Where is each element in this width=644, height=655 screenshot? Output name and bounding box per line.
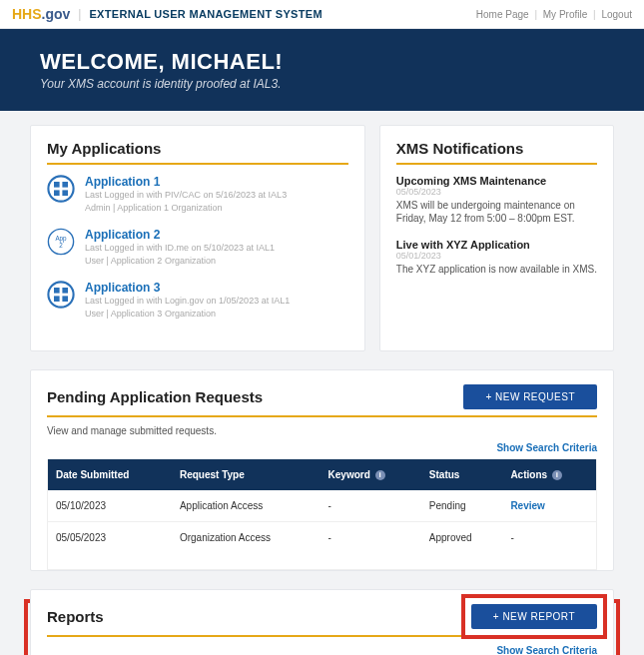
cell-status: Pending bbox=[421, 490, 503, 522]
app-grid-icon bbox=[47, 281, 75, 309]
nav-profile[interactable]: My Profile bbox=[543, 9, 587, 20]
new-report-button[interactable]: + NEW REPORT bbox=[471, 604, 597, 629]
pending-title: Pending Application Requests bbox=[47, 388, 263, 405]
pending-subtext: View and manage submitted requests. bbox=[47, 425, 597, 436]
svg-rect-12 bbox=[62, 297, 68, 303]
system-name: EXTERNAL USER MANAGEMENT SYSTEM bbox=[89, 8, 322, 20]
pending-requests-card: Pending Application Requests + NEW REQUE… bbox=[30, 369, 614, 571]
svg-point-0 bbox=[48, 176, 73, 201]
app-meta: Last Logged in with PIV/CAC on 5/16/2023… bbox=[85, 189, 287, 202]
cell-date: 05/05/2023 bbox=[48, 521, 172, 553]
table-row: 05/05/2023 Organization Access - Approve… bbox=[48, 521, 596, 553]
logo-hhs: HHS bbox=[12, 6, 42, 22]
svg-rect-1 bbox=[54, 182, 60, 188]
app-meta: Admin | Application 1 Organization bbox=[85, 202, 287, 215]
notif-title: Live with XYZ Application bbox=[396, 239, 597, 251]
cell-keyword: - bbox=[321, 521, 421, 553]
show-search-link[interactable]: Show Search Criteria bbox=[47, 442, 597, 453]
notification-item: Live with XYZ Application 05/01/2023 The… bbox=[396, 239, 597, 276]
svg-text:2: 2 bbox=[59, 242, 63, 249]
nav-home[interactable]: Home Page bbox=[476, 9, 529, 20]
notifications-title: XMS Notifications bbox=[396, 140, 597, 165]
svg-rect-4 bbox=[62, 190, 68, 196]
welcome-heading: WELCOME, MICHAEL! bbox=[40, 49, 604, 75]
app-item: Application 3 Last Logged in with Login.… bbox=[47, 281, 348, 320]
col-actions: Actions i bbox=[502, 459, 596, 490]
app-name-link[interactable]: Application 3 bbox=[85, 281, 290, 295]
divider: | bbox=[78, 7, 81, 21]
notif-title: Upcoming XMS Maintenance bbox=[396, 175, 597, 187]
svg-rect-9 bbox=[54, 288, 60, 294]
svg-rect-3 bbox=[54, 190, 60, 196]
app-meta: User | Application 2 Organization bbox=[85, 255, 275, 268]
cell-type: Organization Access bbox=[172, 521, 321, 553]
info-icon[interactable]: i bbox=[375, 470, 385, 480]
show-search-link[interactable]: Show Search Criteria bbox=[47, 645, 597, 655]
welcome-subtext: Your XMS account is identity proofed at … bbox=[40, 77, 604, 91]
svg-rect-11 bbox=[54, 297, 60, 303]
notifications-card: XMS Notifications Upcoming XMS Maintenan… bbox=[379, 125, 614, 351]
app-meta: User | Application 3 Organization bbox=[85, 308, 290, 321]
notif-body: The XYZ application is now available in … bbox=[396, 263, 597, 276]
top-nav: Home Page | My Profile | Logout bbox=[476, 9, 632, 20]
notif-date: 05/01/2023 bbox=[396, 251, 597, 261]
logo: HHS.gov bbox=[12, 6, 70, 22]
my-apps-title: My Applications bbox=[47, 140, 348, 165]
col-type: Request Type bbox=[172, 459, 321, 490]
cell-date: 05/10/2023 bbox=[48, 490, 172, 522]
app-item: App2 Application 2 Last Logged in with I… bbox=[47, 228, 348, 267]
new-request-button[interactable]: + NEW REQUEST bbox=[463, 384, 597, 409]
col-status: Status bbox=[421, 459, 503, 490]
svg-rect-10 bbox=[62, 288, 68, 294]
app-grid-icon bbox=[47, 175, 75, 203]
app-meta: Last Logged in with ID.me on 5/10/2023 a… bbox=[85, 242, 275, 255]
info-icon[interactable]: i bbox=[552, 470, 562, 480]
cell-type: Application Access bbox=[172, 490, 321, 522]
app-name-link[interactable]: Application 1 bbox=[85, 175, 287, 189]
svg-rect-2 bbox=[62, 182, 68, 188]
table-row: 05/10/2023 Application Access - Pending … bbox=[48, 490, 596, 522]
app-meta: Last Logged in with Login.gov on 1/05/20… bbox=[85, 295, 290, 308]
top-bar: HHS.gov | EXTERNAL USER MANAGEMENT SYSTE… bbox=[0, 0, 644, 29]
cell-action: - bbox=[502, 521, 596, 553]
pending-table: Date Submitted Request Type Keyword i St… bbox=[48, 459, 596, 553]
notif-date: 05/05/2023 bbox=[396, 187, 597, 197]
cell-status: Approved bbox=[421, 521, 503, 553]
my-applications-card: My Applications Application 1 Last Logge… bbox=[30, 125, 365, 351]
cell-keyword: - bbox=[321, 490, 421, 522]
welcome-banner: WELCOME, MICHAEL! Your XMS account is id… bbox=[0, 29, 644, 111]
notification-item: Upcoming XMS Maintenance 05/05/2023 XMS … bbox=[396, 175, 597, 225]
app-name-link[interactable]: Application 2 bbox=[85, 228, 275, 242]
app-item: Application 1 Last Logged in with PIV/CA… bbox=[47, 175, 348, 214]
col-keyword: Keyword i bbox=[321, 459, 421, 490]
svg-point-8 bbox=[48, 283, 73, 308]
notif-body: XMS will be undergoing maintenance on Fr… bbox=[396, 199, 597, 225]
nav-logout[interactable]: Logout bbox=[601, 9, 632, 20]
reports-card: Reports + NEW REPORT Show Search Criteri… bbox=[30, 589, 614, 655]
action-review[interactable]: Review bbox=[510, 500, 544, 511]
logo-gov: .gov bbox=[42, 6, 71, 22]
reports-title: Reports bbox=[47, 608, 104, 625]
col-date: Date Submitted bbox=[48, 459, 172, 490]
app-badge-icon: App2 bbox=[47, 228, 75, 256]
